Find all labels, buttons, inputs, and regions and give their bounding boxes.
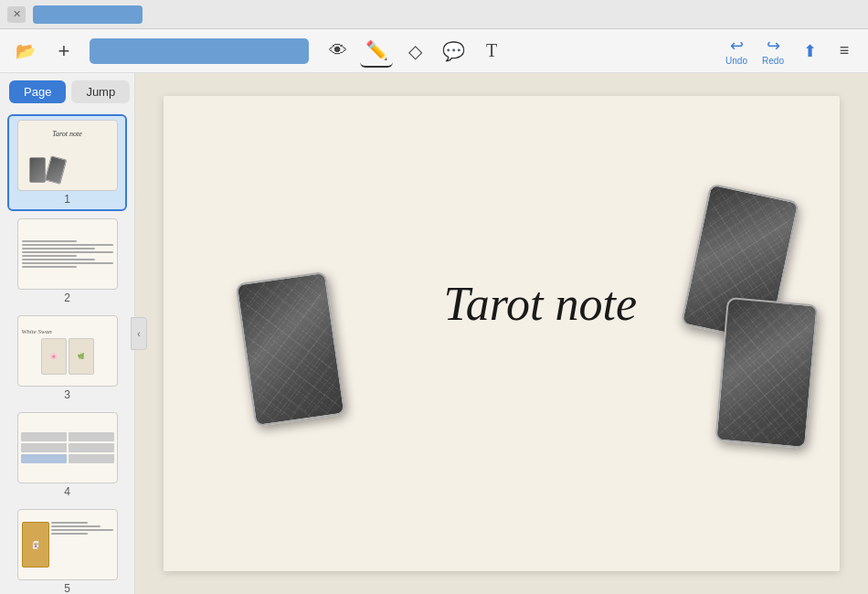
redo-button[interactable]: ↪ Redo	[757, 36, 789, 66]
page-thumb-5: 🃏	[17, 509, 118, 580]
sidebar-collapse-button[interactable]: ‹	[131, 317, 147, 350]
cell	[21, 443, 67, 452]
share-button[interactable]: ⬆	[793, 35, 826, 68]
thumb-cards-1	[29, 157, 64, 183]
redo-icon: ↪	[767, 36, 780, 56]
title-input[interactable]	[33, 5, 143, 24]
sidebar-tabs: Page Jump	[0, 73, 134, 111]
page-item-2[interactable]: 2	[7, 215, 127, 308]
page-thumb-2	[17, 218, 118, 290]
text-icon: T	[486, 40, 497, 61]
line	[51, 533, 89, 535]
share-icon: ⬆	[803, 41, 817, 61]
lasso-button[interactable]: 💬	[437, 35, 470, 68]
toolbar-right: ↩ Undo ↪ Redo ⬆ ≡	[720, 35, 859, 68]
page-list: Tarot note 1	[0, 111, 134, 594]
cell	[21, 454, 67, 463]
undo-button[interactable]: ↩ Undo	[720, 36, 753, 66]
card-right-bottom-pattern	[717, 299, 817, 447]
line	[22, 244, 113, 246]
line	[51, 529, 113, 531]
add-button[interactable]: +	[48, 35, 80, 68]
content-area: Tarot note	[135, 73, 868, 594]
pen-button[interactable]: ✏️	[360, 35, 393, 68]
line	[22, 259, 95, 260]
cell	[69, 443, 114, 452]
line	[22, 266, 77, 268]
lasso-icon: 💬	[442, 40, 465, 62]
main-layout: Page Jump Tarot note 1	[0, 73, 868, 594]
undo-icon: ↩	[730, 36, 744, 56]
title-bar: ✕	[0, 0, 868, 29]
line	[22, 248, 95, 249]
cell	[21, 432, 67, 441]
page-thumb-1: Tarot note	[17, 120, 118, 191]
page-item-5[interactable]: 🃏 5	[7, 505, 127, 594]
toolbar: 📂 + 👁 ✏️ ◇ 💬 T ↩ Undo ↪ Redo ⬆ ≡	[0, 29, 868, 73]
line	[22, 251, 113, 253]
add-icon: +	[58, 39, 70, 63]
thumb-grid-4	[18, 430, 117, 466]
page-item-4[interactable]: 4	[7, 408, 127, 502]
canvas-title: Tarot note	[444, 277, 637, 331]
thumb-card-2	[44, 155, 67, 185]
redo-label: Redo	[762, 56, 784, 66]
line	[51, 522, 89, 524]
open-icon: 📂	[16, 41, 36, 61]
card-right-bottom	[715, 297, 819, 449]
page-thumb-3: White Swan 🌸 🌿	[17, 315, 118, 387]
thumb-lines-2	[18, 237, 117, 271]
eye-icon: 👁	[329, 40, 347, 61]
page-num-1: 1	[64, 193, 70, 206]
pen-icon: ✏️	[365, 39, 388, 61]
cell	[69, 454, 114, 463]
tab-page[interactable]: Page	[9, 80, 66, 103]
page-num-3: 3	[64, 388, 70, 401]
line	[22, 262, 113, 264]
text-button[interactable]: T	[475, 35, 508, 68]
sidebar: Page Jump Tarot note 1	[0, 73, 135, 594]
line	[22, 240, 77, 242]
page-num-4: 4	[64, 485, 70, 498]
page-item-3[interactable]: White Swan 🌸 🌿 3	[7, 312, 127, 405]
thumb-card-1	[29, 157, 46, 183]
line	[22, 255, 77, 257]
page-item-1[interactable]: Tarot note 1	[7, 114, 127, 211]
eraser-button[interactable]: ◇	[398, 35, 431, 68]
line	[51, 525, 101, 527]
more-button[interactable]: ≡	[830, 35, 859, 68]
undo-label: Undo	[725, 56, 747, 66]
tab-jump[interactable]: Jump	[71, 80, 130, 103]
page-thumb-4	[17, 412, 118, 483]
open-button[interactable]: 📂	[9, 35, 42, 68]
search-input[interactable]	[90, 38, 309, 64]
page-canvas: Tarot note	[164, 96, 840, 571]
card-left	[235, 270, 345, 426]
collapse-icon: ‹	[137, 329, 140, 339]
close-button[interactable]: ✕	[7, 6, 26, 23]
eraser-icon: ◇	[408, 40, 422, 62]
eye-button[interactable]: 👁	[322, 35, 355, 68]
page-num-5: 5	[64, 582, 70, 594]
page-num-2: 2	[64, 292, 70, 304]
more-icon: ≡	[840, 41, 850, 60]
cell	[69, 432, 114, 441]
card-left-pattern	[238, 273, 344, 425]
